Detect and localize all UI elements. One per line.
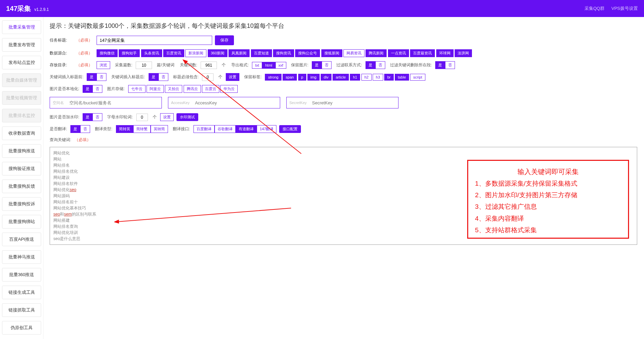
space-input[interactable]: [67, 100, 162, 105]
insert-after-opt-0[interactable]: 是: [149, 73, 158, 81]
translate-type-0[interactable]: 简转英: [116, 125, 133, 133]
save-button[interactable]: 保存: [215, 35, 234, 45]
source-tag-11[interactable]: 网易资讯: [343, 49, 365, 57]
keep-tag-8[interactable]: h3: [373, 74, 383, 81]
sidebar-item-12[interactable]: 百度API推送: [2, 233, 41, 246]
watermark-opt-1[interactable]: 否: [92, 113, 102, 121]
keep-tag-10[interactable]: table: [395, 74, 409, 81]
secretkey-field[interactable]: SecretKey: [286, 97, 399, 108]
sidebar-item-14[interactable]: 批量360推送: [2, 268, 41, 282]
source-tag-5[interactable]: 360新闻: [208, 49, 227, 57]
source-tag-3[interactable]: 百度资讯: [163, 49, 184, 57]
storage-opt-5[interactable]: 华为云: [220, 85, 238, 93]
sidebar-item-13[interactable]: 批量神马推送: [2, 250, 41, 264]
sidebar-item-2[interactable]: 发布站点监控: [2, 56, 41, 69]
accesskey-input[interactable]: [192, 100, 280, 105]
keep-tag-0[interactable]: strong: [265, 74, 282, 81]
source-tag-12[interactable]: 腾讯新闻: [366, 49, 387, 57]
watermark-rotate-input[interactable]: [136, 114, 148, 121]
watermark-opt-0[interactable]: 是: [83, 113, 92, 121]
sidebar-item-1[interactable]: 批量发布管理: [2, 38, 41, 52]
storage-opt-2[interactable]: 又拍云: [165, 85, 182, 93]
link-qq-group[interactable]: 采集QQ群: [584, 5, 605, 12]
source-tag-4[interactable]: 新浪新闻: [185, 49, 206, 57]
insert-before-opt-1[interactable]: 否: [97, 73, 106, 81]
sidebar-item-15[interactable]: 链接生成工具: [2, 286, 41, 299]
keep-img-opt-1[interactable]: 否: [322, 61, 332, 69]
title-must-input[interactable]: [202, 73, 214, 81]
translate-type-1[interactable]: 简转繁: [133, 125, 151, 133]
source-tag-8[interactable]: 搜狗资讯: [273, 49, 294, 57]
image-local-opt-1[interactable]: 否: [92, 85, 102, 93]
translate-api-1[interactable]: 谷歌翻译: [215, 125, 236, 133]
translate-config-button[interactable]: 接口配置: [279, 125, 301, 133]
translate-opt-0[interactable]: 是: [70, 125, 80, 133]
kw-count-input[interactable]: [201, 62, 217, 69]
translate-type-label: 翻译类型:: [95, 126, 112, 132]
keep-img-opt-0[interactable]: 是: [312, 61, 322, 69]
sidebar-item-17[interactable]: 伪原创工具: [2, 321, 41, 335]
export-format-0[interactable]: txt: [252, 62, 262, 69]
translate-type-2[interactable]: 英转简: [151, 125, 168, 133]
source-tag-10[interactable]: 搜狐新闻: [321, 49, 342, 57]
collect-count-input[interactable]: [136, 62, 152, 69]
keep-tag-6[interactable]: h1: [350, 74, 360, 81]
keep-tag-2[interactable]: p: [298, 74, 306, 81]
sidebar-item-10[interactable]: 批量搜狗投诉: [2, 197, 41, 211]
source-tag-0[interactable]: 搜狗微信: [97, 49, 118, 57]
source-tag-13[interactable]: 一点资讯: [388, 49, 409, 57]
source-tag-15[interactable]: 环球网: [436, 49, 454, 57]
filter-contact-opt-1[interactable]: 否: [375, 61, 385, 69]
keep-tag-7[interactable]: h2: [361, 74, 372, 81]
sidebar-item-9[interactable]: 批量搜狗反馈: [2, 180, 41, 193]
kw-count-label: 关键词数:: [180, 62, 197, 68]
storage-opt-0[interactable]: 七牛云: [128, 85, 146, 93]
source-tag-7[interactable]: 百度知道: [251, 49, 272, 57]
link-vps-dial[interactable]: VPS拨号设置: [611, 5, 638, 12]
image-local-opt-0[interactable]: 是: [83, 85, 92, 93]
source-tag-6[interactable]: 凤凰新闻: [228, 49, 250, 57]
insert-before-opt-0[interactable]: 是: [87, 73, 97, 81]
source-tag-16[interactable]: 澎湃网: [455, 49, 472, 57]
filter-contact-opt-0[interactable]: 是: [366, 61, 375, 69]
translate-opt-1[interactable]: 否: [80, 125, 90, 133]
translate-api-2[interactable]: 有道翻译: [236, 125, 257, 133]
watermark-test-button[interactable]: 水印测试: [176, 113, 198, 121]
filter-kw-opt-0[interactable]: 是: [435, 61, 445, 69]
task-title-input[interactable]: [97, 36, 212, 45]
insert-after-opt-1[interactable]: 否: [158, 73, 168, 81]
keep-tag-11[interactable]: script: [410, 74, 425, 81]
keep-tag-1[interactable]: span: [283, 74, 297, 81]
row-watermark: 图片是否加水印: 是否 字母水印轮词: 个 设置 水印测试: [50, 113, 638, 121]
accesskey-field[interactable]: AccessKey: [168, 97, 280, 108]
source-tag-1[interactable]: 搜狗知乎: [119, 49, 140, 57]
keywords-textarea[interactable]: 网站优化网站网站排名网站排名优化网站建设网站排名软件网站优化seo网站源码网站排…: [50, 147, 637, 245]
export-format-2[interactable]: xxf: [275, 62, 286, 69]
translate-api-0[interactable]: 百度翻译: [193, 125, 215, 133]
sidebar-item-11[interactable]: 批量搜狗绑站: [2, 215, 41, 228]
sidebar-item-8[interactable]: 搜狗验证推送: [2, 162, 41, 175]
filter-kw-opt-1[interactable]: 否: [445, 61, 455, 69]
space-field[interactable]: 空间名: [50, 97, 162, 108]
sidebar-item-16[interactable]: 链接抓取工具: [2, 303, 41, 317]
keep-tag-4[interactable]: div: [321, 74, 332, 81]
source-tag-2[interactable]: 头条资讯: [141, 49, 162, 57]
title-must-set-button[interactable]: 设置: [226, 73, 239, 81]
sidebar-item-7[interactable]: 批量搜狗推送: [2, 144, 41, 158]
watermark-rotate-set[interactable]: 设置: [160, 113, 174, 121]
storage-opt-3[interactable]: 腾讯云: [184, 85, 201, 93]
source-tag-14[interactable]: 百度最资讯: [410, 49, 435, 57]
keep-tag-9[interactable]: br: [384, 74, 394, 81]
storage-opt-4[interactable]: 百度云: [202, 85, 219, 93]
secretkey-input[interactable]: [309, 100, 398, 105]
browse-button[interactable]: 浏览: [97, 61, 110, 69]
source-tag-9[interactable]: 搜狗公众号: [295, 49, 320, 57]
sidebar-item-0[interactable]: 批量采集管理: [2, 20, 41, 34]
export-format-1[interactable]: html: [262, 62, 275, 69]
keep-tag-5[interactable]: article: [333, 74, 349, 81]
keep-tag-3[interactable]: img: [307, 74, 320, 81]
sidebar-item-6[interactable]: 收录数据查询: [2, 126, 41, 140]
header-links: 采集QQ群 VPS拨号设置: [584, 5, 638, 12]
storage-opt-1[interactable]: 阿里云: [147, 85, 164, 93]
translate-api-3[interactable]: 147翻译: [257, 125, 276, 133]
